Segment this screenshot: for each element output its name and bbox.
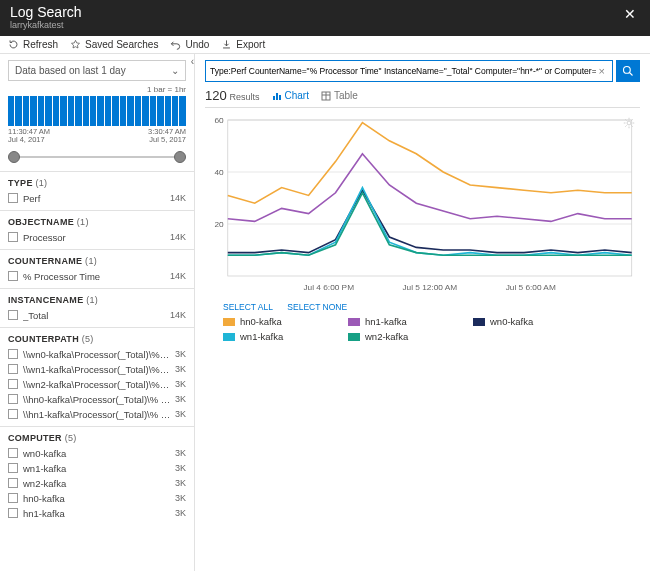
tab-table[interactable]: Table (321, 90, 358, 101)
results-count: 120 (205, 88, 227, 103)
facet-item[interactable]: \\wn2-kafka\Processor(_Total)\% Processo… (8, 377, 186, 392)
legend-item[interactable]: hn0-kafka (223, 316, 318, 327)
legend-item[interactable]: wn0-kafka (473, 316, 568, 327)
svg-point-0 (624, 67, 631, 74)
checkbox-icon (8, 310, 18, 320)
close-button[interactable]: ✕ (620, 4, 640, 24)
collapse-sidebar-button[interactable]: ‹ (191, 56, 194, 67)
legend-item[interactable]: hn1-kafka (348, 316, 443, 327)
facet-group: COMPUTER (5)wn0-kafka3Kwn1-kafka3Kwn2-ka… (0, 426, 194, 525)
star-icon (70, 39, 81, 50)
svg-text:Jul 5 6:00 AM: Jul 5 6:00 AM (506, 283, 556, 292)
run-search-button[interactable] (616, 60, 640, 82)
svg-text:60: 60 (214, 116, 224, 125)
facet-item[interactable]: % Processor Time14K (8, 269, 186, 284)
histogram-time-axis: 11:30:47 AMJul 4, 2017 3:30:47 AMJul 5, … (8, 128, 186, 145)
facet-item[interactable]: \\wn0-kafka\Processor(_Total)\% Processo… (8, 347, 186, 362)
facet-title: COUNTERNAME (1) (8, 256, 186, 266)
facet-group: COUNTERPATH (5)\\wn0-kafka\Processor(_To… (0, 327, 194, 426)
checkbox-icon (8, 349, 18, 359)
checkbox-icon (8, 379, 18, 389)
content-area: × 120 Results Chart Table 204060Jul 4 6:… (195, 54, 650, 571)
facet-title: INSTANCENAME (1) (8, 295, 186, 305)
checkbox-icon (8, 463, 18, 473)
facet-group: TYPE (1)Perf14K (0, 171, 194, 210)
facet-item[interactable]: wn2-kafka3K (8, 476, 186, 491)
svg-text:Jul 4 6:00 PM: Jul 4 6:00 PM (303, 283, 354, 292)
svg-text:20: 20 (214, 220, 224, 229)
clear-query-button[interactable]: × (596, 65, 608, 77)
facet-item[interactable]: _Total14K (8, 308, 186, 323)
undo-button[interactable]: Undo (170, 39, 209, 50)
gear-icon (622, 116, 636, 130)
histogram-scale-label: 1 bar = 1hr (0, 85, 186, 94)
facet-item[interactable]: hn0-kafka3K (8, 491, 186, 506)
title-bar: Log Search larrykafkatest ✕ (0, 0, 650, 36)
facet-group: COUNTERNAME (1)% Processor Time14K (0, 249, 194, 288)
facet-title: TYPE (1) (8, 178, 186, 188)
refresh-button[interactable]: Refresh (8, 39, 58, 50)
chart-legend: hn0-kafkahn1-kafkawn0-kafkawn1-kafkawn2-… (223, 316, 640, 342)
export-button[interactable]: Export (221, 39, 265, 50)
svg-text:40: 40 (214, 168, 224, 177)
svg-rect-4 (279, 95, 281, 100)
svg-rect-3 (276, 93, 278, 100)
time-histogram[interactable] (8, 96, 186, 126)
facet-title: COUNTERPATH (5) (8, 334, 186, 344)
checkbox-icon (8, 409, 18, 419)
facet-item[interactable]: Processor14K (8, 230, 186, 245)
checkbox-icon (8, 493, 18, 503)
checkbox-icon (8, 478, 18, 488)
saved-searches-button[interactable]: Saved Searches (70, 39, 158, 50)
checkbox-icon (8, 394, 18, 404)
facet-title: COMPUTER (5) (8, 433, 186, 443)
svg-rect-2 (273, 96, 275, 100)
query-input-wrap: × (205, 60, 613, 82)
tab-chart[interactable]: Chart (272, 90, 309, 101)
select-all-button[interactable]: SELECT ALL (223, 302, 273, 312)
time-range-slider[interactable] (8, 151, 186, 163)
facet-item[interactable]: Perf14K (8, 191, 186, 206)
undo-icon (170, 39, 181, 50)
page-title: Log Search (10, 4, 82, 20)
query-input[interactable] (210, 66, 596, 76)
checkbox-icon (8, 271, 18, 281)
table-icon (321, 91, 331, 101)
legend-item[interactable]: wn2-kafka (348, 331, 443, 342)
chart-icon (272, 91, 282, 101)
facet-item[interactable]: hn1-kafka3K (8, 506, 186, 521)
facet-group: INSTANCENAME (1)_Total14K (0, 288, 194, 327)
facet-group: OBJECTNAME (1)Processor14K (0, 210, 194, 249)
sidebar: ‹ Data based on last 1 day ⌄ 1 bar = 1hr… (0, 54, 195, 571)
refresh-icon (8, 39, 19, 50)
facet-item[interactable]: wn1-kafka3K (8, 461, 186, 476)
checkbox-icon (8, 448, 18, 458)
time-range-dropdown[interactable]: Data based on last 1 day ⌄ (8, 60, 186, 81)
line-chart[interactable]: 204060Jul 4 6:00 PMJul 5 12:00 AMJul 5 6… (205, 114, 640, 294)
facet-item[interactable]: \\hn1-kafka\Processor(_Total)\% Processo… (8, 407, 186, 422)
facet-title: OBJECTNAME (1) (8, 217, 186, 227)
checkbox-icon (8, 364, 18, 374)
select-none-button[interactable]: SELECT NONE (287, 302, 347, 312)
chevron-down-icon: ⌄ (171, 65, 179, 76)
search-icon (622, 65, 634, 77)
chart-settings-button[interactable] (622, 116, 636, 132)
checkbox-icon (8, 508, 18, 518)
facet-item[interactable]: \\hn0-kafka\Processor(_Total)\% Processo… (8, 392, 186, 407)
workspace-name: larrykafkatest (10, 20, 82, 30)
svg-text:Jul 5 12:00 AM: Jul 5 12:00 AM (402, 283, 457, 292)
checkbox-icon (8, 193, 18, 203)
facet-item[interactable]: \\wn1-kafka\Processor(_Total)\% Processo… (8, 362, 186, 377)
svg-line-1 (630, 73, 633, 76)
toolbar: Refresh Saved Searches Undo Export (0, 36, 650, 54)
checkbox-icon (8, 232, 18, 242)
export-icon (221, 39, 232, 50)
facet-item[interactable]: wn0-kafka3K (8, 446, 186, 461)
legend-item[interactable]: wn1-kafka (223, 331, 318, 342)
svg-point-8 (627, 121, 631, 125)
